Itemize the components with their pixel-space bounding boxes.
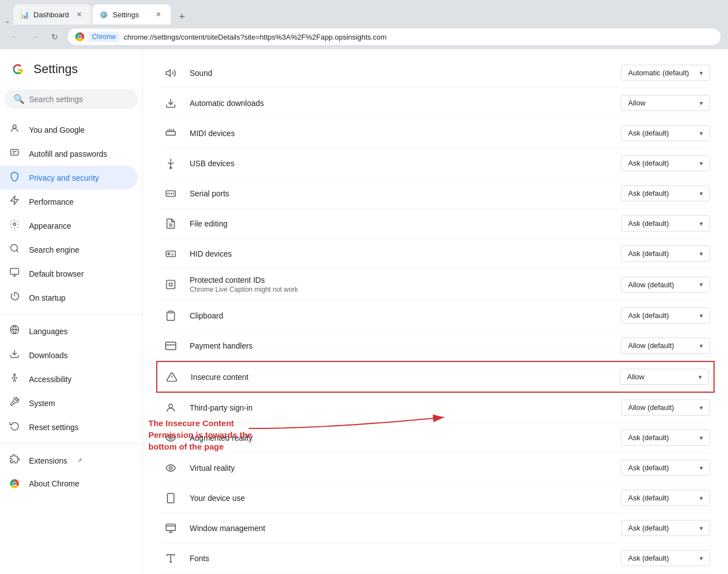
usb-label: USB devices [190,159,612,168]
search-icon: 🔍 [13,94,25,104]
fonts-select[interactable]: Ask (default) ▾ [621,550,710,566]
new-tab-button[interactable]: + [174,9,190,25]
dashboard-favicon: 📊 [20,10,29,19]
sidebar-item-you-google[interactable]: You and Google [0,118,138,142]
usb-icon [161,158,181,169]
usb-select[interactable]: Ask (default) ▾ [621,155,710,171]
fonts-label: Fonts [190,554,612,563]
on-startup-icon [9,291,20,304]
device-use-label: Your device use [190,494,612,503]
url-favicon [75,32,84,41]
tab-chevron[interactable]: ⌄ [4,17,10,25]
sidebar-item-on-startup[interactable]: On startup [0,286,138,310]
forward-button[interactable]: → [27,29,42,45]
fonts-arrow: ▾ [700,554,703,562]
settings-row-hid: HID devices Ask (default) ▾ [161,239,710,269]
svg-point-6 [11,244,17,251]
hid-select[interactable]: Ask (default) ▾ [621,245,710,262]
extensions-label: Extensions [29,456,67,465]
sound-select[interactable]: Automatic (default) ▾ [621,65,710,81]
serial-select[interactable]: Ask (default) ▾ [621,185,710,201]
appearance-icon [9,219,20,232]
annotation-block: The Insecure Content Permission is towar… [148,417,271,452]
file-editing-icon [161,218,181,229]
svg-rect-30 [166,251,176,257]
settings-row-device-use: Your device use Ask (default) ▾ [161,483,710,513]
serial-icon [161,188,181,199]
annotation-arrow [249,401,455,434]
settings-row-auto-downloads: Automatic downloads Allow ▾ [161,88,710,118]
window-management-select[interactable]: Ask (default) ▾ [621,520,710,536]
reload-button[interactable]: ↻ [47,29,62,45]
svg-rect-36 [166,342,176,349]
insecure-content-arrow: ▾ [698,373,702,381]
third-party-signin-icon [161,402,181,413]
back-button[interactable]: ← [7,29,22,45]
device-use-select[interactable]: Ask (default) ▾ [621,490,710,506]
sidebar-item-extensions[interactable]: Extensions ↗ [0,448,138,472]
sidebar-item-languages[interactable]: Languages [0,319,138,343]
languages-icon [9,325,20,337]
privacy-icon [9,171,20,184]
midi-label: MIDI devices [190,129,612,138]
sidebar-item-search-engine-label: Search engine [29,245,79,254]
sidebar-item-system[interactable]: System [0,391,138,415]
third-party-signin-select[interactable]: Allow (default) ▾ [621,399,710,416]
default-browser-icon [9,267,20,280]
reset-icon [9,421,20,433]
sound-select-arrow: ▾ [700,69,703,77]
insecure-content-select[interactable]: Allow ▾ [620,369,709,385]
protected-content-select[interactable]: Allow (default) ▾ [621,277,710,293]
svg-rect-2 [11,149,18,156]
tab-settings-label: Settings [113,11,148,19]
settings-search[interactable]: 🔍 [4,89,138,109]
auto-downloads-select[interactable]: Allow ▾ [621,95,710,111]
settings-row-virtual-reality: Virtual reality Ask (default) ▾ [161,453,710,483]
svg-marker-15 [166,70,171,76]
hid-icon [161,248,181,259]
performance-icon [9,195,20,208]
svg-rect-8 [11,268,19,274]
window-management-icon [161,523,181,534]
tab-dashboard[interactable]: 📊 Dashboard ✕ [13,4,91,25]
sidebar-item-downloads[interactable]: Downloads [0,343,138,367]
sidebar-item-reset[interactable]: Reset settings [0,415,138,439]
search-input[interactable] [29,95,129,104]
payment-handlers-arrow: ▾ [700,342,703,350]
virtual-reality-select[interactable]: Ask (default) ▾ [621,460,710,476]
settings-row-insecure-content: Insecure content Allow ▾ [156,361,715,393]
about-label: About Chrome [29,479,79,488]
settings-row-usb: USB devices Ask (default) ▾ [161,148,710,179]
sidebar-item-about[interactable]: About Chrome [0,472,138,495]
payment-handlers-select[interactable]: Allow (default) ▾ [621,337,710,354]
virtual-reality-arrow: ▾ [700,464,703,472]
file-editing-select[interactable]: Ask (default) ▾ [621,215,710,231]
serial-arrow: ▾ [700,190,703,197]
extensions-icon [9,454,20,467]
sidebar-item-search-engine[interactable]: Search engine [0,238,138,262]
tab-dashboard-close[interactable]: ✕ [74,9,85,20]
protected-content-label: Protected content IDs [190,276,612,284]
settings-row-protected-content: Protected content IDs Chrome Live Captio… [161,269,710,301]
settings-row-midi: MIDI devices Ask (default) ▾ [161,118,710,148]
tab-dashboard-label: Dashboard [33,11,69,19]
midi-select[interactable]: Ask (default) ▾ [621,125,710,141]
svg-line-7 [16,250,18,252]
sidebar-item-autofill[interactable]: Autofill and passwords [0,142,138,166]
augmented-reality-select[interactable]: Ask (default) ▾ [621,430,710,446]
sidebar-item-privacy[interactable]: Privacy and security [0,166,138,190]
url-label[interactable]: Chrome [89,32,119,42]
sidebar-item-default-browser[interactable]: Default browser [0,262,138,286]
sidebar-item-performance[interactable]: Performance [0,190,138,214]
sidebar-item-on-startup-label: On startup [29,293,65,302]
search-engine-icon [9,243,20,256]
sidebar-item-appearance[interactable]: Appearance [0,214,138,238]
tab-settings[interactable]: ⚙️ Settings ✕ [93,4,171,25]
sidebar-item-accessibility[interactable]: Accessibility [0,367,138,391]
settings-row-payment-handlers: Payment handlers Allow (default) ▾ [161,331,710,361]
tab-settings-close[interactable]: ✕ [153,9,164,20]
sidebar-item-downloads-label: Downloads [29,351,68,360]
clipboard-select[interactable]: Ask (default) ▾ [621,307,710,324]
file-editing-arrow: ▾ [700,220,703,228]
augmented-reality-arrow: ▾ [700,434,703,442]
